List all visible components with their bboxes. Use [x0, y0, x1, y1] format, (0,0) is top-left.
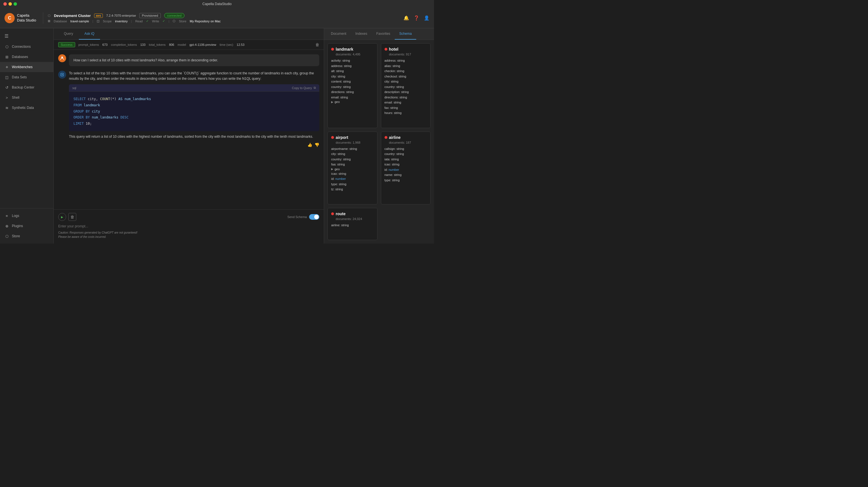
field-country: country: string	[331, 85, 374, 89]
delete-button[interactable]: 🗑	[315, 42, 319, 47]
field-fax: fax: string	[384, 106, 427, 110]
database-label: Database	[54, 20, 67, 23]
time-value: 12.53	[237, 43, 245, 47]
connected-badge: connected	[164, 13, 185, 18]
user-icon[interactable]: 👤	[424, 15, 430, 21]
field-id: id: number	[384, 167, 427, 172]
field-country: country: string	[331, 157, 374, 162]
thumbs-down-button[interactable]: 👎	[314, 143, 319, 147]
schema-card-airport: airport documents: 1,968 airportname: st…	[328, 132, 377, 204]
schema-name-hotel: hotel	[389, 47, 398, 52]
bell-icon[interactable]: 🔔	[403, 15, 409, 21]
schema-dot-airport	[331, 136, 334, 139]
schema-dot-airline	[384, 136, 388, 139]
send-schema-toggle[interactable]	[309, 214, 319, 220]
synthetic-icon: ≋	[4, 106, 9, 110]
aws-badge: aws	[94, 13, 103, 18]
tab-document[interactable]: Document	[327, 28, 351, 39]
schema-grid: landmark documents: 4,495 activity: stri…	[324, 40, 434, 244]
field-tz: tz: string	[331, 187, 374, 192]
read-label: Read	[135, 20, 143, 23]
schema-docs-airport: documents: 1,968	[331, 141, 374, 144]
sidebar-item-synthetic[interactable]: ≋ Synthetic Data	[0, 103, 53, 113]
logo-icon: C	[4, 13, 15, 23]
schema-docs-airline: documents: 187	[384, 141, 427, 144]
sidebar-item-label: Shell	[12, 95, 20, 99]
field-airline: airline: string	[331, 223, 374, 228]
schema-dot-route	[331, 212, 334, 215]
completion-tokens-value: 133	[140, 43, 145, 47]
user-bubble: How can I select a list of 10 cities wit…	[69, 54, 319, 66]
workbenches-icon: ✧	[4, 65, 9, 69]
sidebar-item-label: Connections	[12, 45, 31, 49]
user-avatar	[58, 54, 66, 62]
copy-label: Copy to Query	[292, 86, 312, 90]
field-email: email: string	[384, 100, 427, 105]
db-icon: ⊞	[48, 19, 50, 23]
field-city: city: string	[331, 151, 374, 156]
code-block: sql Copy to Query ⧉ SELECT city, COUNT(*…	[69, 84, 319, 131]
content-area: Query Ask iQ Success prompt_tokens 673 c…	[54, 28, 324, 244]
geo-toggle-airport[interactable]: ▶ geo	[331, 167, 374, 171]
minimize-button[interactable]	[8, 2, 12, 6]
sidebar-item-label: Logs	[12, 214, 19, 218]
copy-to-query-button[interactable]: Copy to Query ⧉	[292, 86, 316, 90]
sidebar-item-databases[interactable]: ⊞ Databases	[0, 52, 53, 62]
sidebar-item-datasets[interactable]: ◫ Data Sets	[0, 72, 53, 82]
sidebar: ☰ ⬡ Connections ⊞ Databases ✧ Workbenche…	[0, 28, 54, 244]
sidebar-item-backup[interactable]: ↺ Backup Center	[0, 82, 53, 92]
help-icon[interactable]: ❓	[414, 15, 419, 21]
scope-value: inventory	[115, 20, 128, 23]
schema-card-hotel: hotel documents: 917 address: string ali…	[381, 43, 431, 128]
field-city: city: string	[384, 79, 427, 84]
user-message: How can I select a list of 10 cities wit…	[58, 54, 319, 66]
geo-toggle-landmark[interactable]: ▶ geo	[331, 100, 374, 104]
field-address: address: string	[331, 64, 374, 68]
code-header: sql Copy to Query ⧉	[69, 84, 319, 92]
window-title: Capella DataStudio	[202, 2, 231, 6]
sidebar-item-plugins[interactable]: ⊕ Plugins	[0, 221, 53, 231]
run-button[interactable]: ▶	[58, 213, 66, 221]
field-type: type: string	[331, 182, 374, 187]
thumbs-up-button[interactable]: 👍	[307, 143, 312, 147]
sidebar-item-logs[interactable]: ≡ Logs	[0, 211, 53, 221]
field-airportname: airportname: string	[331, 146, 374, 151]
tab-indexes[interactable]: Indexes	[351, 28, 372, 39]
sidebar-item-workbenches[interactable]: ✧ Workbenches	[0, 62, 53, 72]
total-tokens-value: 806	[169, 43, 174, 47]
clear-button[interactable]: 🗑	[68, 213, 76, 221]
schema-name-route: route	[336, 211, 346, 216]
field-type: type: string	[384, 178, 427, 183]
close-button[interactable]	[3, 2, 7, 6]
tab-query[interactable]: Query	[58, 28, 79, 39]
schema-name-airline: airline	[389, 135, 401, 140]
hamburger-button[interactable]: ☰	[0, 31, 53, 41]
fullscreen-button[interactable]	[13, 2, 17, 6]
store-label: Store	[179, 20, 186, 23]
scope-icon: ◫	[97, 19, 99, 23]
tab-askiq[interactable]: Ask iQ	[79, 28, 100, 39]
total-tokens-label: total_tokens	[149, 43, 165, 47]
field-checkout: checkout: string	[384, 74, 427, 79]
svg-point-0	[61, 57, 63, 58]
schema-name-airport: airport	[336, 135, 348, 140]
sidebar-item-connections[interactable]: ⬡ Connections	[0, 41, 53, 52]
tab-schema[interactable]: Schema	[395, 28, 416, 39]
tab-favorites[interactable]: Favorites	[372, 28, 395, 39]
sidebar-item-label: Workbenches	[12, 65, 32, 69]
field-checkin: checkin: string	[384, 69, 427, 74]
sidebar-item-label: Data Sets	[12, 75, 27, 79]
store-icon: ⬡	[173, 19, 176, 23]
schema-dot-hotel	[384, 48, 388, 51]
field-activity: activity: string	[331, 58, 374, 63]
sidebar-item-store[interactable]: ⬡ Store	[0, 231, 53, 241]
ai-intro-text: To select a list of the top 10 cities wi…	[69, 71, 319, 82]
prompt-input[interactable]	[58, 223, 319, 229]
toolbar-actions: 🔔 ❓ 👤	[403, 15, 430, 21]
sidebar-item-shell[interactable]: > Shell	[0, 92, 53, 103]
sidebar-item-label: Synthetic Data	[12, 106, 34, 110]
prompt-tokens-value: 673	[102, 43, 107, 47]
toolbar: C Capella Data Studio ⬡ Development Clus…	[0, 8, 434, 28]
chat-area: How can I select a list of 10 cities wit…	[54, 50, 324, 209]
provisioned-badge: Provisioned	[139, 13, 160, 18]
